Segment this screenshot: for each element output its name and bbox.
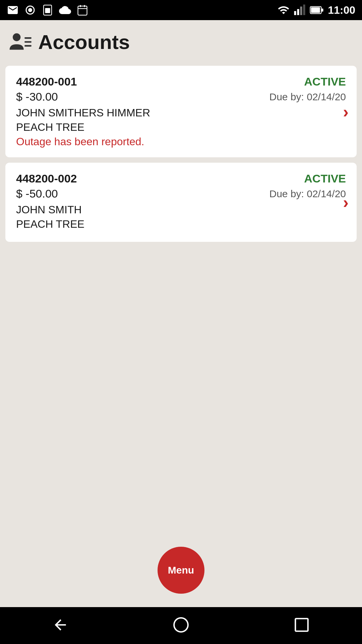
page-title: Accounts [38,31,130,54]
account-location-1: PEACH TREE [16,121,346,133]
account-chevron-1: › [343,102,349,121]
status-icons-left [7,4,88,16]
account-amount-1: $ -30.00 [16,90,58,103]
account-number-2: 448200-002 [16,172,77,185]
menu-button[interactable]: Menu [158,547,204,594]
svg-rect-8 [294,11,296,15]
account-card-1[interactable]: 448200-001 ACTIVE $ -30.00 Due by: 02/14… [5,66,357,157]
status-icons-right: 11:00 [278,4,355,16]
gmail-icon [7,4,19,16]
svg-point-19 [174,618,188,632]
svg-rect-20 [295,619,308,631]
svg-point-1 [28,8,32,12]
cloud-icon [59,4,71,16]
account-chevron-2: › [343,193,349,212]
page-header: Accounts [0,20,362,60]
status-time: 11:00 [328,4,355,16]
account-number-1: 448200-001 [16,75,77,88]
svg-rect-13 [321,9,323,12]
svg-point-15 [13,33,20,41]
svg-rect-4 [78,6,87,15]
svg-rect-9 [297,9,299,15]
svg-rect-10 [300,7,302,15]
account-card-2-header: 448200-002 ACTIVE [16,172,346,185]
account-card-2[interactable]: 448200-002 ACTIVE $ -50.00 Due by: 02/14… [5,163,357,242]
account-amount-row-2: $ -50.00 Due by: 02/14/20 [16,187,346,200]
battery-icon [310,4,324,16]
signal-icon [294,4,306,16]
wifi-icon [278,4,290,16]
account-name-2: JOHN SMITH [16,204,346,216]
nav-home-button[interactable] [173,616,189,635]
account-location-2: PEACH TREE [16,218,346,230]
due-date-1: Due by: 02/14/20 [269,91,346,103]
account-name-1: JOHN SMITHERS HIMMER [16,107,346,119]
nav-recents-button[interactable] [293,616,310,635]
svg-rect-14 [311,7,320,13]
accounts-list: 448200-001 ACTIVE $ -30.00 Due by: 02/14… [0,60,362,540]
account-status-1: ACTIVE [304,75,346,88]
calendar-icon [76,4,88,16]
due-date-2: Due by: 02/14/20 [269,188,346,200]
svg-rect-11 [303,5,305,15]
status-bar: 11:00 [0,0,362,20]
account-card-1-header: 448200-001 ACTIVE [16,75,346,88]
nav-bar [0,607,362,644]
nav-back-button[interactable] [52,616,69,635]
account-amount-2: $ -50.00 [16,187,58,200]
svg-rect-3 [45,8,50,13]
account-alert-1: Outage has been reported. [16,136,346,148]
record-icon [24,4,36,16]
account-status-2: ACTIVE [304,172,346,185]
bottom-area: Menu [0,540,362,607]
account-amount-row-1: $ -30.00 Due by: 02/14/20 [16,90,346,103]
sim-icon [42,4,54,16]
accounts-header-icon [8,30,32,54]
